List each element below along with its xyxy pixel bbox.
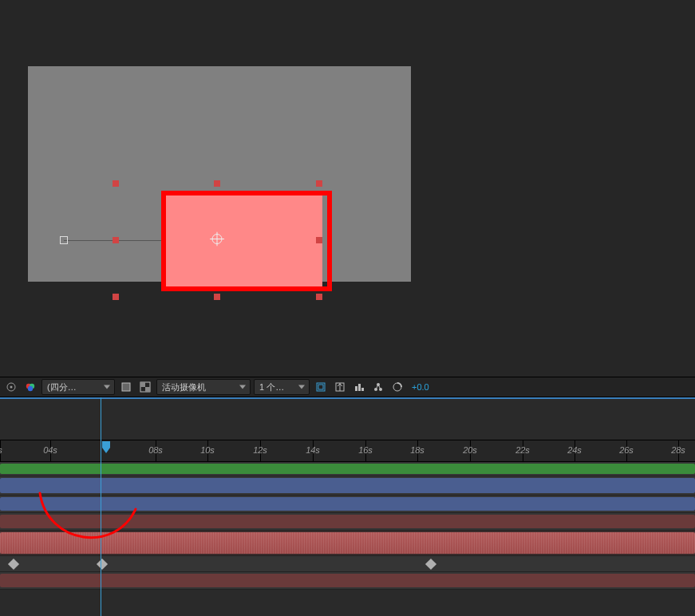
ruler-label: 12s — [253, 445, 267, 455]
composition-canvas[interactable] — [28, 66, 411, 282]
transparency-grid-icon[interactable] — [137, 379, 153, 395]
svg-rect-11 — [145, 387, 150, 392]
svg-rect-8 — [122, 383, 130, 391]
resolution-dropdown[interactable]: (四分… — [41, 379, 115, 395]
transform-handle-bc[interactable] — [214, 294, 220, 300]
ruler-label: 04s — [43, 445, 57, 455]
svg-rect-16 — [355, 386, 357, 391]
view-count-label: 1 个… — [259, 381, 284, 393]
svg-point-7 — [28, 386, 33, 391]
ruler-label: 14s — [306, 445, 320, 455]
layer-bar[interactable] — [0, 532, 695, 554]
ruler-label: 22s — [515, 445, 530, 455]
audio-waveform — [0, 532, 695, 554]
composition-preview — [0, 0, 695, 377]
track-stack — [0, 462, 695, 590]
motion-keyframe-start[interactable] — [60, 236, 68, 244]
camera-dropdown[interactable]: 活动摄像机 — [156, 379, 251, 395]
snapshot-icon[interactable] — [370, 379, 386, 395]
transform-handle-ml[interactable] — [113, 237, 119, 243]
layer-bar[interactable] — [0, 464, 695, 474]
layer-bar[interactable] — [0, 478, 695, 493]
timeline-track[interactable] — [0, 572, 695, 590]
shape-layer-fill — [166, 195, 322, 286]
mask-toggle-icon[interactable] — [118, 379, 134, 395]
svg-point-4 — [10, 386, 13, 389]
camera-label: 活动摄像机 — [162, 381, 206, 393]
svg-rect-13 — [318, 385, 323, 389]
keyframe-diamond[interactable] — [425, 558, 436, 569]
ruler-label: 24s — [567, 445, 582, 455]
ruler-label: s — [0, 445, 2, 455]
ruler-label: 18s — [410, 445, 425, 455]
exposure-reset-icon[interactable] — [389, 379, 405, 395]
layer-bar[interactable] — [0, 574, 695, 587]
transform-handle-mr[interactable] — [316, 237, 322, 243]
transform-handle-bl[interactable] — [113, 294, 119, 300]
transform-handle-br[interactable] — [316, 294, 322, 300]
svg-rect-10 — [140, 382, 145, 387]
timeline-track[interactable] — [0, 556, 695, 572]
keyframe-diamond[interactable] — [97, 558, 108, 569]
svg-rect-17 — [358, 384, 361, 391]
timeline-panel: s04s08s10s12s14s16s18s20s22s24s26s28s — [0, 397, 695, 616]
keyframe-diamond[interactable] — [8, 558, 19, 569]
transform-handle-tl[interactable] — [113, 180, 119, 187]
timeline-track[interactable] — [0, 496, 695, 513]
exposure-value[interactable]: +0.0 — [409, 382, 432, 392]
shape-layer[interactable] — [161, 191, 332, 291]
ruler-label: 16s — [358, 445, 373, 455]
layer-bar[interactable] — [0, 497, 695, 511]
timeline-header — [0, 397, 695, 440]
current-time-indicator[interactable] — [101, 397, 101, 616]
transform-handle-tc[interactable] — [214, 180, 220, 187]
layer-bar[interactable] — [0, 515, 695, 528]
color-mgmt-icon[interactable] — [22, 379, 38, 395]
grid-guides-icon[interactable] — [332, 379, 348, 395]
transform-handle-tr[interactable] — [316, 180, 322, 187]
viewer-control-bar: (四分… 活动摄像机 1 个… — [0, 377, 695, 397]
ruler-label: 10s — [200, 445, 215, 455]
anchor-point-icon[interactable] — [210, 232, 224, 249]
svg-rect-18 — [361, 388, 364, 391]
view-count-dropdown[interactable]: 1 个… — [254, 379, 310, 395]
settings-icon[interactable] — [3, 379, 19, 395]
channel-icon[interactable] — [351, 379, 367, 395]
ruler-label: 28s — [671, 445, 685, 455]
resolution-label: (四分… — [47, 381, 77, 393]
roi-icon[interactable] — [313, 379, 329, 395]
timeline-track[interactable] — [0, 513, 695, 531]
timeline-track[interactable] — [0, 476, 695, 496]
ruler-label: 08s — [148, 445, 163, 455]
ruler-label: 20s — [463, 445, 477, 455]
timeline-track[interactable] — [0, 462, 695, 476]
ruler-label: 26s — [619, 445, 634, 455]
timeline-track[interactable] — [0, 531, 695, 556]
